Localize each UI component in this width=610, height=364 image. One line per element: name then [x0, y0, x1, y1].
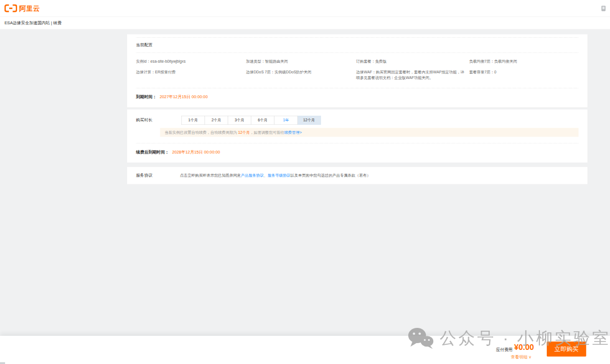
agreement-row: 服务协议 点击立即购买即表示您已知悉并同意产品服务协议、服务等级协议以及本页面中… [136, 173, 579, 178]
current-config-title: 当前配置 [136, 42, 579, 48]
duration-option-12months[interactable]: 12个月 [298, 116, 321, 125]
fee-detail-link[interactable]: 查看明细 ∨ [511, 354, 532, 360]
renew-expire-row: 续费后到期时间： 2028年12月15日 00:00:00 [136, 149, 579, 155]
breadcrumb: ESA边缘安全加速国内站 | 续费 [5, 20, 62, 26]
page: 阿里云 ESA边缘安全加速国内站 | 续费 当前配置 实例id：esa-site… [0, 0, 610, 364]
expire-time-value: 2027年12月15日 00:00:00 [160, 94, 208, 99]
duration-options: 1个月 2个月 3个月 6个月 1年 12个月 [181, 116, 321, 125]
expire-time-row: 到期时间： 2027年12月15日 00:00:00 [136, 94, 579, 100]
config-field-load-balancer: 负载均衡7层：负载均衡关闭 [469, 59, 579, 65]
notice-text: ，如需调整您可前往 [250, 130, 285, 135]
expire-time-label: 到期时间： [136, 94, 157, 99]
agreement-card: 服务协议 点击立即购买即表示您已知悉并同意产品服务协议、服务等级协议以及本页面中… [127, 167, 587, 184]
divider [136, 52, 579, 53]
sla-agreement-link[interactable]: 服务等级协议 [268, 173, 291, 178]
fee-label: 应付费用 [496, 347, 512, 352]
renew-expire-label: 续费后到期时间： [136, 150, 169, 154]
duration-option-6months[interactable]: 6个月 [251, 116, 274, 125]
auto-renew-notice: 当前实例已设置自动续费，自动续费周期为 12个月，如需调整您可前往续费管理> [160, 128, 579, 137]
notice-text: 当前实例已设置自动续费，自动续费周期为 [164, 130, 238, 135]
config-field-accel-type: 加速类型：智能路由关闭 [246, 59, 356, 65]
duration-option-2months[interactable]: 2个月 [204, 116, 228, 125]
buy-now-button[interactable]: 立即购买 [547, 341, 586, 356]
config-field-edge-waf: 边缘WAF：购买官网固定套餐时，套餐内支持WAF指定功能，详细参见套餐说明文档：… [356, 69, 469, 80]
config-field-edge-compute: 边缘计算：ER按量付费 [136, 69, 246, 80]
product-agreement-link[interactable]: 产品服务协议 [241, 173, 264, 178]
config-field-plan-capacity: 套餐容量7层：0 [469, 69, 579, 80]
divider [136, 143, 579, 144]
duration-option-1year[interactable]: 1年 [274, 116, 298, 125]
aliyun-logo[interactable]: 阿里云 [5, 4, 40, 13]
aliyun-logo-text: 阿里云 [19, 4, 40, 13]
topbar-widget-icon[interactable] [602, 6, 605, 11]
config-field-plan: 订购套餐：免费版 [356, 59, 469, 65]
agreement-text: 点击立即购买即表示您已知悉并同意产品服务协议、服务等级协议以及本页面中您勾选过的… [180, 173, 371, 178]
checkout-bar: 应付费用 ¥0.00 查看明细 ∨ 立即购买 [0, 336, 610, 364]
config-grid: 实例id：esa-site-b0itywjblgxs 加速类型：智能路由关闭 订… [136, 59, 579, 81]
notice-period: 12个月 [238, 130, 250, 135]
chevron-down-icon: ∨ [529, 354, 531, 359]
divider [136, 37, 579, 38]
duration-option-3months[interactable]: 3个月 [228, 116, 251, 125]
aliyun-logo-icon [5, 4, 18, 12]
breadcrumb-bar: ESA边缘安全加速国内站 | 续费 [0, 17, 610, 30]
renew-management-link[interactable]: 续费管理> [284, 130, 302, 135]
duration-label: 购买时长 [136, 117, 181, 123]
fee-value: ¥0.00 [514, 343, 534, 352]
duration-row: 购买时长 1个月 2个月 3个月 6个月 1年 12个月 [136, 116, 579, 125]
duration-card: 购买时长 1个月 2个月 3个月 6个月 1年 12个月 当前实例已设置自动续费… [127, 109, 587, 163]
content-area: 当前配置 实例id：esa-site-b0itywjblgxs 加速类型：智能路… [127, 34, 587, 185]
current-config-card: 当前配置 实例id：esa-site-b0itywjblgxs 加速类型：智能路… [127, 34, 587, 107]
agreement-label: 服务协议 [136, 173, 180, 178]
config-field-instance-id: 实例id：esa-site-b0itywjblgxs [136, 59, 246, 65]
divider [136, 88, 579, 89]
renew-expire-value: 2028年12月15日 00:00:00 [172, 150, 220, 154]
topbar: 阿里云 [0, 0, 610, 17]
config-field-edge-ddos: 边缘DDoS 7层：实例级DDoS防护关闭 [246, 69, 356, 80]
duration-option-1month[interactable]: 1个月 [181, 116, 205, 125]
